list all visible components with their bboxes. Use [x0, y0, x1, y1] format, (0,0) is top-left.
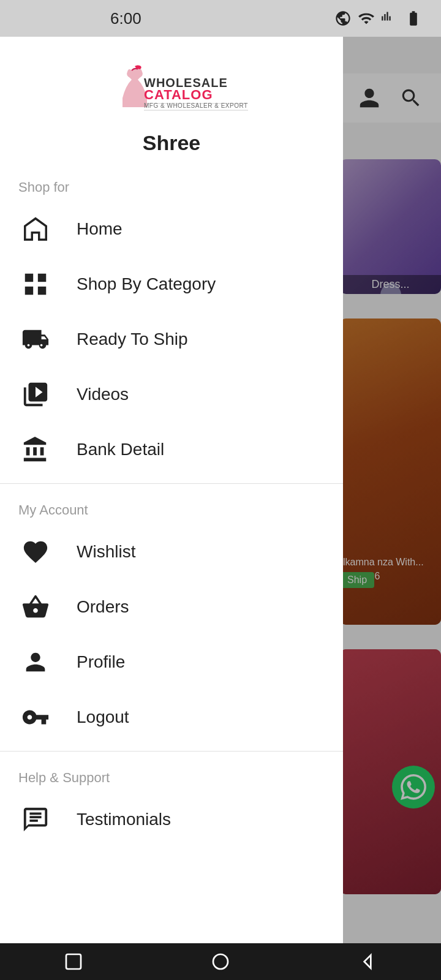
section-divider-1	[0, 483, 343, 484]
logout-label: Logout	[77, 707, 129, 727]
grid-icon	[18, 270, 52, 298]
testimonials-label: Testimonials	[77, 810, 171, 829]
nav-home-button[interactable]	[211, 952, 230, 971]
profile-label: Profile	[77, 652, 125, 672]
navigation-drawer: WHOLESALE CATALOG MFG & WHOLESALER & EXP…	[0, 37, 343, 943]
menu-item-orders[interactable]: Orders	[0, 579, 343, 635]
videos-label: Videos	[77, 385, 129, 404]
svg-rect-11	[66, 954, 81, 969]
battery-icon	[404, 10, 423, 27]
ready-to-ship-label: Ready To Ship	[77, 330, 188, 349]
svg-text:MFG & WHOLESALER & EXPORT: MFG & WHOLESALER & EXPORT	[144, 102, 248, 109]
truck-icon	[18, 325, 52, 353]
wishlist-label: Wishlist	[77, 542, 135, 562]
video-icon	[18, 380, 52, 409]
svg-rect-10	[37, 287, 45, 295]
menu-item-testimonials[interactable]: Testimonials	[0, 792, 343, 847]
bank-detail-label: Bank Detail	[77, 440, 164, 459]
menu-item-ready-to-ship[interactable]: Ready To Ship	[0, 312, 343, 367]
user-name: Shree	[143, 131, 201, 155]
nav-back-button[interactable]	[358, 952, 377, 971]
key-icon	[18, 703, 52, 731]
status-icons	[334, 10, 423, 27]
svg-rect-7	[24, 274, 32, 282]
shop-by-category-label: Shop By Category	[77, 274, 216, 294]
logo-container: WHOLESALE CATALOG MFG & WHOLESALER & EXP…	[86, 61, 257, 119]
menu-item-shop-by-category[interactable]: Shop By Category	[0, 257, 343, 312]
bank-icon	[18, 435, 52, 464]
menu-item-bank-detail[interactable]: Bank Detail	[0, 422, 343, 477]
status-bar: 6:00	[0, 0, 441, 37]
menu-item-home[interactable]: Home	[0, 202, 343, 257]
svg-marker-13	[364, 955, 371, 968]
signal-icon	[381, 10, 398, 27]
menu-item-videos[interactable]: Videos	[0, 367, 343, 422]
menu-item-logout[interactable]: Logout	[0, 690, 343, 745]
basket-icon	[18, 593, 52, 621]
svg-point-12	[213, 954, 228, 969]
heart-icon	[18, 538, 52, 566]
nav-recents-button[interactable]	[64, 952, 83, 971]
svg-rect-8	[37, 274, 45, 282]
orders-label: Orders	[77, 597, 129, 617]
globe-icon	[334, 10, 352, 27]
svg-point-1	[138, 66, 140, 68]
shop-for-label: Shop for	[0, 167, 343, 202]
home-icon	[18, 215, 52, 243]
brand-logo: WHOLESALE CATALOG MFG & WHOLESALER & EXP…	[86, 61, 257, 116]
menu-item-profile[interactable]: Profile	[0, 635, 343, 690]
svg-text:CATALOG: CATALOG	[144, 87, 213, 102]
person-icon	[18, 648, 52, 676]
comment-icon	[18, 805, 52, 834]
logo-area: WHOLESALE CATALOG MFG & WHOLESALER & EXP…	[0, 37, 343, 167]
section-divider-2	[0, 751, 343, 752]
help-support-label: Help & Support	[0, 758, 343, 792]
menu-item-wishlist[interactable]: Wishlist	[0, 524, 343, 579]
status-time: 6:00	[110, 9, 141, 28]
nav-bar	[0, 943, 441, 980]
home-label: Home	[77, 219, 123, 239]
svg-rect-9	[24, 287, 32, 295]
my-account-label: My Account	[0, 490, 343, 524]
wifi-icon	[358, 10, 375, 27]
